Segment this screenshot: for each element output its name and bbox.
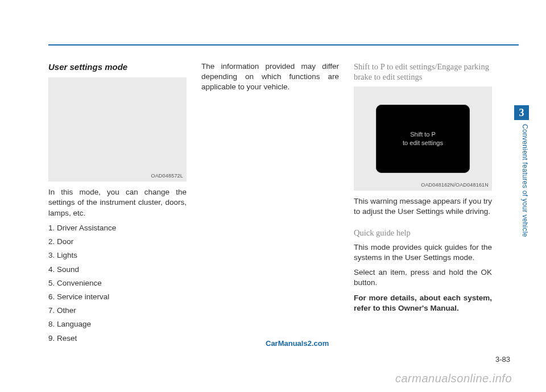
list-item: 3. Lights [48, 250, 187, 261]
shift-to-p-heading: Shift to P to edit settings/Engage parki… [354, 61, 492, 82]
list-item: 9. Reset [48, 333, 187, 344]
figure-shift-to-p: Shift to P to edit settings OAD048162N/O… [354, 86, 492, 191]
chapter-tab: 3 [514, 105, 529, 120]
top-rule [48, 44, 519, 46]
figure-user-settings: OAD048572L [48, 77, 187, 181]
list-item: 8. Language [48, 319, 187, 329]
list-item: 5. Convenience [48, 278, 187, 288]
watermark-link: CarManuals2.com [266, 339, 329, 348]
sectionB-p3: For more details, about each system, ref… [354, 293, 492, 313]
list-item: 7. Other [48, 306, 187, 316]
sectionA-para: This warning message appears if you try … [354, 196, 492, 217]
user-settings-heading: User settings mode [48, 61, 187, 73]
page-number: 3-83 [495, 355, 510, 364]
list-item: 2. Door [48, 237, 187, 247]
chapter-number: 3 [519, 107, 524, 119]
column-2: The information provided may differ depe… [201, 61, 339, 347]
instrument-display: Shift to P to edit settings [376, 105, 470, 173]
col1-intro: In this mode, you can change the setting… [48, 187, 187, 218]
col2-para: The information provided may differ depe… [201, 61, 339, 93]
quick-guide-heading: Quick guide help [354, 228, 492, 238]
bottom-watermark: carmanualsonline.info [395, 372, 512, 385]
column-3: Shift to P to edit settings/Engage parki… [354, 61, 492, 347]
chapter-label: Convenient features of your vehicle [514, 124, 529, 237]
figure-caption-2: OAD048162N/OAD048161N [421, 181, 489, 188]
instrument-line1: Shift to P [403, 130, 443, 139]
instrument-line2: to edit settings [403, 139, 443, 147]
figure-caption-1: OAD048572L [151, 172, 183, 179]
content-columns: User settings mode OAD048572L In this mo… [48, 61, 492, 347]
list-item: 6. Service interval [48, 292, 187, 302]
list-item: 4. Sound [48, 265, 187, 275]
sectionB-p1: This mode provides quick guides for the … [354, 242, 492, 263]
instrument-text: Shift to P to edit settings [403, 130, 443, 147]
column-1: User settings mode OAD048572L In this mo… [48, 61, 187, 347]
list-item: 1. Driver Assistance [48, 223, 187, 233]
sectionB-p2: Select an item, press and hold the OK bu… [354, 267, 492, 288]
